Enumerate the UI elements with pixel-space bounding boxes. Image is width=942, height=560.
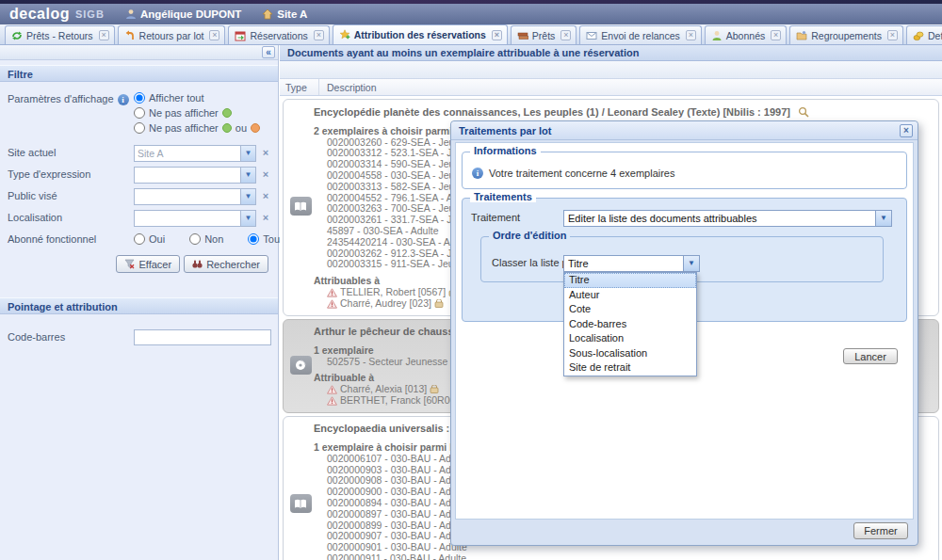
- tab-envoi-de-relances[interactable]: Envoi de relances ×: [579, 25, 701, 44]
- clear-field-icon[interactable]: ×: [259, 190, 272, 203]
- site-select[interactable]: Site A ▼: [134, 145, 256, 162]
- column-type[interactable]: Type: [280, 79, 319, 95]
- tab-bar: Prêts - Retours × Retours par lot × Rése…: [0, 24, 942, 45]
- radio-oui[interactable]: Oui: [134, 232, 165, 246]
- close-dialog-button[interactable]: Fermer: [853, 522, 908, 539]
- dropdown-option[interactable]: Cote: [564, 302, 696, 317]
- batch-return-icon: [124, 30, 136, 41]
- tab-regroupements[interactable]: Regroupements ×: [789, 25, 903, 44]
- display-radio-group: Afficher tout Ne pas afficher Ne pas aff…: [134, 91, 260, 136]
- site-label: Site actuel: [8, 145, 134, 158]
- launch-button[interactable]: Lancer: [843, 348, 898, 364]
- radio-input[interactable]: [134, 107, 145, 119]
- chevron-down-icon[interactable]: ▼: [240, 211, 255, 226]
- subscriber-icon: [711, 30, 723, 41]
- info-icon[interactable]: i: [118, 94, 129, 105]
- sort-options-dropdown: TitreAuteurCoteCode-barresLocalisationSo…: [563, 272, 697, 376]
- public-label: Public visé: [8, 188, 134, 201]
- dropdown-option[interactable]: Code-barres: [564, 317, 696, 332]
- dialog-title-bar[interactable]: Traitements par lot ×: [451, 121, 918, 140]
- radio-non[interactable]: Non: [189, 232, 223, 246]
- sort-by-select[interactable]: Titre ▼: [563, 255, 700, 272]
- pointing-section-header: Pointage et attribution: [0, 297, 278, 314]
- tab-close-icon[interactable]: ×: [209, 30, 219, 40]
- app-header: decalog SIGB Angélique DUPONT Site A: [0, 4, 942, 24]
- book-icon: [294, 201, 307, 212]
- tab-prets[interactable]: Prêts ×: [511, 25, 577, 44]
- clear-filter-icon: [124, 259, 135, 269]
- chevron-down-icon[interactable]: ▼: [875, 211, 891, 226]
- type-badge: [290, 197, 312, 216]
- book-icon: [294, 499, 307, 509]
- column-description[interactable]: Description: [319, 79, 942, 95]
- dropdown-option[interactable]: Localisation: [564, 331, 696, 346]
- dropdown-option[interactable]: Titre: [564, 273, 696, 288]
- tab-close-icon[interactable]: ×: [314, 30, 324, 40]
- orange-status-dot: [251, 123, 260, 133]
- barcode-input[interactable]: [134, 329, 271, 345]
- localisation-select[interactable]: ▼: [134, 210, 256, 227]
- tab-close-icon[interactable]: ×: [99, 30, 109, 40]
- radio-afficher-tout[interactable]: Afficher tout: [134, 91, 260, 104]
- reservations-icon: [235, 30, 246, 41]
- tab-close-icon[interactable]: ×: [887, 30, 898, 40]
- expression-label: Type d'expression: [8, 167, 134, 180]
- member-radio-group: Oui Non Tous: [134, 232, 285, 246]
- member-label: Abonné fonctionnel: [8, 232, 134, 245]
- current-site[interactable]: Site A: [262, 8, 307, 20]
- filter-section-header: Filtre: [0, 65, 278, 82]
- treatments-legend: Traitements: [470, 191, 536, 202]
- dropdown-option[interactable]: Auteur: [564, 288, 696, 303]
- display-params-label: Paramètres d'affichagei: [8, 91, 134, 105]
- warning-icon: [327, 299, 337, 309]
- app-logo: decalog: [9, 6, 70, 23]
- chevron-down-icon[interactable]: ▼: [240, 189, 255, 204]
- dialog-close-icon[interactable]: ×: [900, 124, 913, 137]
- green-status-dot: [222, 108, 232, 118]
- chevron-down-icon[interactable]: ▼: [683, 256, 699, 271]
- radio-input[interactable]: [134, 92, 145, 104]
- tab-close-icon[interactable]: ×: [771, 30, 781, 40]
- envelope-icon: [586, 30, 597, 41]
- informations-fieldset: Informations i Votre traitement concerne…: [462, 152, 907, 189]
- tab-prets-retours[interactable]: Prêts - Retours ×: [5, 25, 115, 44]
- treatment-select[interactable]: Editer la liste des documents attribuabl…: [563, 210, 892, 227]
- tab-abonnes[interactable]: Abonnés ×: [705, 25, 787, 44]
- filter-form: Paramètres d'affichagei Afficher tout Ne…: [0, 82, 278, 273]
- tab-retours-par-lot[interactable]: Retours par lot ×: [118, 25, 226, 44]
- tab-close-icon[interactable]: ×: [492, 30, 502, 40]
- clear-field-icon[interactable]: ×: [259, 212, 272, 225]
- radio-input[interactable]: [134, 233, 145, 245]
- search-button[interactable]: Rechercher: [184, 255, 268, 273]
- clear-button[interactable]: Effacer: [116, 255, 180, 273]
- tab-reservations[interactable]: Réservations ×: [228, 25, 329, 44]
- radio-input[interactable]: [134, 122, 145, 134]
- barcode-label: Code-barres: [8, 329, 134, 343]
- clear-field-icon[interactable]: ×: [259, 168, 272, 182]
- filter-sidebar: « Filtre Paramètres d'affichagei Affiche…: [0, 45, 279, 560]
- radio-ne-pas-afficher-1[interactable]: Ne pas afficher: [134, 106, 260, 120]
- public-select[interactable]: ▼: [134, 188, 256, 205]
- expression-select[interactable]: ▼: [134, 167, 256, 184]
- collapse-sidebar-button[interactable]: «: [262, 46, 275, 58]
- tab-close-icon[interactable]: ×: [686, 30, 696, 40]
- loans-icon: [517, 30, 528, 41]
- radio-input[interactable]: [189, 233, 201, 245]
- warning-icon: [327, 288, 337, 297]
- batch-processing-dialog: Traitements par lot × Informations i Vot…: [450, 120, 918, 546]
- tab-close-icon[interactable]: ×: [560, 30, 571, 40]
- treatment-label: Traitement: [471, 212, 520, 223]
- dropdown-option[interactable]: Site de retrait: [564, 360, 696, 376]
- clear-field-icon[interactable]: ×: [259, 147, 272, 160]
- chevron-down-icon[interactable]: ▼: [240, 146, 255, 161]
- radio-ne-pas-afficher-2[interactable]: Ne pas afficher ou: [134, 121, 260, 135]
- chevron-down-icon[interactable]: ▼: [240, 168, 255, 183]
- order-legend: Ordre d'édition: [489, 230, 570, 241]
- dropdown-option[interactable]: Sous-localisation: [564, 346, 696, 361]
- magnifier-icon[interactable]: [798, 106, 809, 118]
- tab-attribution-des-reservations[interactable]: Attribution des réservations ×: [333, 24, 508, 44]
- radio-input[interactable]: [248, 233, 259, 245]
- current-user[interactable]: Angélique DUPONT: [125, 8, 241, 20]
- type-badge: [290, 494, 312, 513]
- tab-dettes-reglements[interactable]: Dettes & Règlements ×: [906, 25, 942, 44]
